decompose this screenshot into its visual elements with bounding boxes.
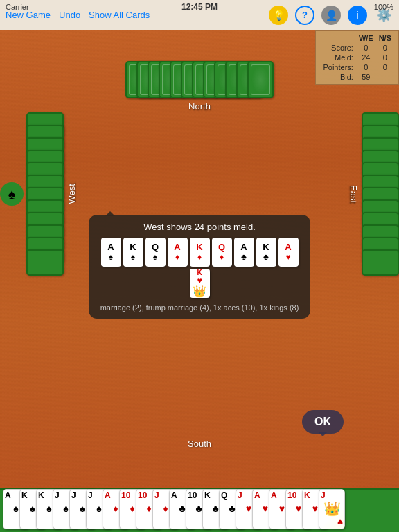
meld-card: A♥ [278,238,299,267]
west-area: ♠ West [0,112,77,276]
east-area: East [348,112,399,276]
top-bar-right: 💡 ? 👤 i ⚙️ [269,6,393,25]
meld-card: A♠ [101,238,121,267]
meld-card: Q♠ [145,238,166,267]
score-table: W/E N/S Score: 0 0 Meld: 24 0 Pointers: … [315,30,399,85]
east-label: East [348,185,359,203]
player-icon[interactable]: 👤 [321,6,341,25]
pointers-ns: 0 [376,62,394,72]
score-label: Score: [320,43,355,53]
meld-cards: A♠K♠Q♠A♦K♦Q♦A♣K♣A♥K♥👑 [97,238,302,298]
ok-bubble[interactable]: OK [302,410,344,434]
meld-we: 24 [356,53,376,62]
meld-bubble: West shows 24 points meld. A♠K♠Q♠A♦K♦Q♦A… [89,215,310,319]
top-bar: New Game Undo Show All Cards 💡 ? 👤 i ⚙️ [0,0,399,30]
west-cards [26,112,64,276]
north-cards [125,61,274,98]
score-header-ns: N/S [376,33,394,43]
bid-label: Bid: [320,72,355,82]
pointers-label: Pointers: [320,62,355,72]
gear-icon[interactable]: ⚙️ [374,6,393,25]
meld-card: Q♦ [212,238,232,267]
meld-card: K♥👑 [190,269,210,298]
meld-description: marriage (2), trump marriage (4), 1x ace… [97,303,302,312]
score-ns: 0 [376,43,394,53]
new-game-button[interactable]: New Game [6,10,51,20]
west-label: West [66,184,77,204]
meld-card: K♣ [256,238,276,267]
hint-icon[interactable]: 💡 [269,6,288,25]
hand-card[interactable]: J👑♥ [319,489,345,529]
score-we: 0 [356,43,376,53]
help-icon[interactable]: ? [295,6,314,25]
meld-label: Meld: [320,53,355,62]
north-card [247,61,274,98]
ok-label: OK [314,416,331,427]
show-all-cards-button[interactable]: Show All Cards [89,10,150,20]
info-icon[interactable]: i [348,6,367,25]
top-bar-left: New Game Undo Show All Cards [6,10,150,20]
meld-card: A♣ [234,238,254,267]
north-label: North [188,101,211,112]
bid-ns [376,72,394,82]
pointers-we: 0 [356,62,376,72]
south-hand: A♠♠K♠♠K♠♠J♠♠J♠♠J♠♠A♦♦10♦♦10♦♦J♦♦A♣♣10♣♣K… [0,456,399,532]
undo-button[interactable]: Undo [59,10,80,20]
meld-card: K♠ [123,238,143,267]
meld-card: K♦ [190,238,210,267]
score-header-we: W/E [356,33,376,43]
east-cards [362,112,399,276]
meld-card: A♦ [168,238,188,267]
meld-popup: West shows 24 points meld. A♠K♠Q♠A♦K♦Q♦A… [89,215,310,319]
east-card [362,249,399,276]
north-area: North [125,61,274,112]
west-trump-indicator: ♠ [0,182,24,206]
ok-button[interactable]: OK [302,410,344,434]
meld-title: West shows 24 points meld. [97,222,302,232]
meld-ns: 0 [376,53,394,62]
west-card [26,249,64,276]
south-label: South [188,438,211,449]
bid-we: 59 [356,72,376,82]
